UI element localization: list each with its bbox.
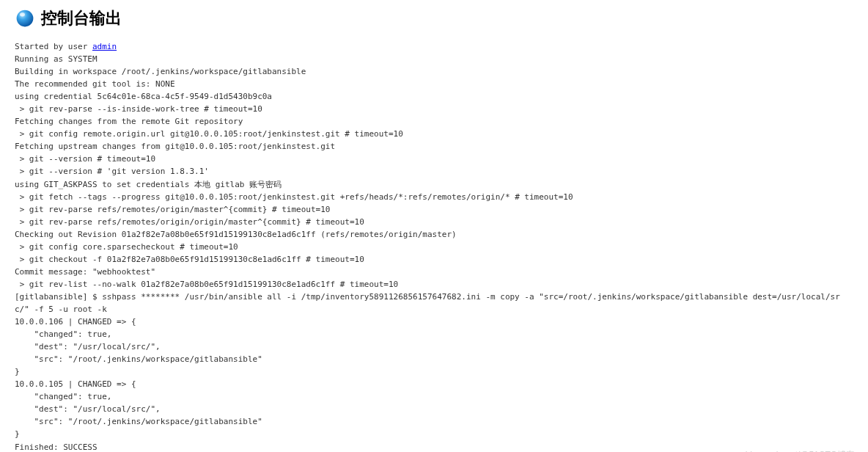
console-line: The recommended git tool is: NONE (15, 78, 853, 90)
console-line: Running as SYSTEM (15, 53, 853, 65)
console-line: } (15, 428, 853, 440)
console-line: "dest": "/usr/local/src/", (15, 403, 853, 415)
console-line: } (15, 365, 853, 378)
console-line: > git config core.sparsecheckout # timeo… (15, 241, 853, 253)
svg-point-0 (17, 10, 34, 27)
console-line: 10.0.0.105 | CHANGED => { (15, 378, 853, 390)
console-line: > git --version # timeout=10 (15, 153, 853, 165)
console-line: "changed": true, (15, 390, 853, 403)
console-line: 10.0.0.106 | CHANGED => { (15, 316, 853, 328)
console-line: Finished: SUCCESS (15, 441, 853, 453)
console-line: "dest": "/usr/local/src/", (15, 340, 853, 353)
console-output: Started by user adminRunning as SYSTEMBu… (15, 40, 853, 452)
console-line: Started by user admin (15, 40, 853, 53)
console-line: Checking out Revision 01a2f82e7a08b0e65f… (15, 228, 853, 241)
console-line: > git checkout -f 01a2f82e7a08b0e65f91d1… (15, 253, 853, 266)
console-line: > git --version # 'git version 1.8.3.1' (15, 165, 853, 178)
console-line: "src": "/root/.jenkins/workspace/gitlaba… (15, 353, 853, 365)
console-line: > git fetch --tags --progress git@10.0.0… (15, 191, 853, 203)
console-line: > git rev-parse --is-inside-work-tree # … (15, 103, 853, 115)
page-header: 控制台输出 (15, 7, 853, 29)
console-line: using credential 5c64c01e-68ca-4c5f-9549… (15, 90, 853, 103)
console-line: > git rev-list --no-walk 01a2f82e7a08b0e… (15, 278, 853, 291)
page-title: 控制台输出 (41, 7, 122, 29)
console-line: Fetching upstream changes from git@10.0.… (15, 140, 853, 153)
console-line: Building in workspace /root/.jenkins/wor… (15, 65, 853, 78)
user-link[interactable]: admin (92, 42, 117, 51)
console-line: Commit message: "webhooktest" (15, 266, 853, 278)
console-line: "src": "/root/.jenkins/workspace/gitlaba… (15, 415, 853, 428)
svg-point-1 (20, 12, 25, 16)
console-line: > git rev-parse refs/remotes/origin/mast… (15, 203, 853, 216)
console-line: using GIT_ASKPASS to set credentials 本地 … (15, 178, 853, 191)
console-line: Fetching changes from the remote Git rep… (15, 115, 853, 128)
console-line: > git rev-parse refs/remotes/origin/orig… (15, 216, 853, 228)
console-line: [gitlabansible] $ sshpass ******** /usr/… (15, 291, 853, 316)
console-line: > git config remote.origin.url git@10.0.… (15, 128, 853, 140)
blue-ball-icon (15, 8, 35, 29)
console-line: "changed": true, (15, 328, 853, 340)
